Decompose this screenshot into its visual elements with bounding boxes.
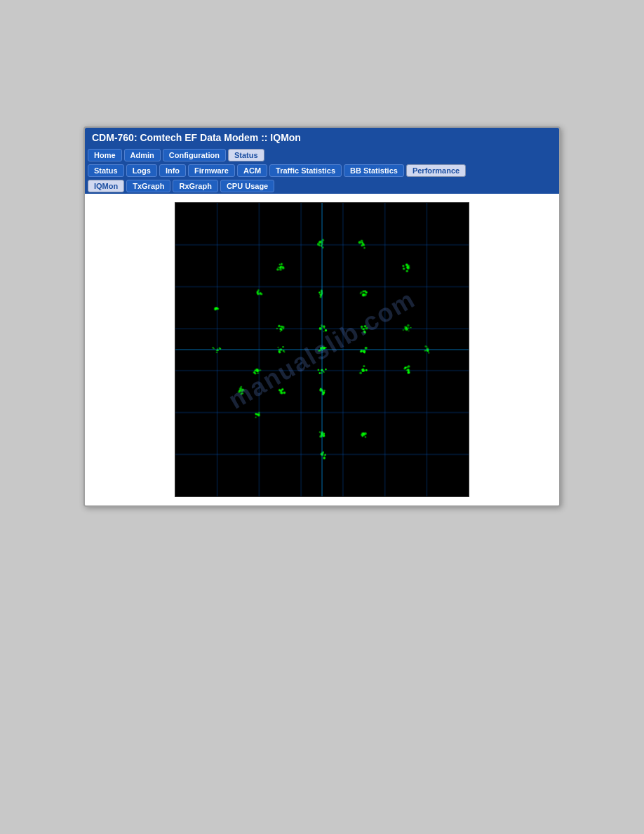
nav-configuration[interactable]: Configuration — [163, 149, 226, 161]
subnav-acm[interactable]: ACM — [237, 164, 267, 177]
perf-rxgraph[interactable]: RxGraph — [173, 180, 217, 192]
subnav-logs[interactable]: Logs — [126, 164, 157, 177]
perf-txgraph[interactable]: TxGraph — [126, 180, 170, 192]
subnav-status[interactable]: Status — [88, 164, 124, 177]
nav-admin[interactable]: Admin — [124, 149, 161, 161]
subnav-info[interactable]: Info — [159, 164, 186, 177]
subnav-traffic-statistics[interactable]: Traffic Statistics — [269, 164, 342, 177]
content-area: manualslib.com — [85, 194, 559, 505]
nav-status[interactable]: Status — [228, 149, 264, 161]
nav-home[interactable]: Home — [88, 149, 122, 161]
perf-cpu-usage[interactable]: CPU Usage — [220, 180, 274, 192]
perf-iqmon[interactable]: IQMon — [88, 180, 124, 192]
page-background: CDM-760: Comtech EF Data Modem :: IQMon … — [0, 0, 644, 834]
subnav-performance[interactable]: Performance — [406, 164, 466, 177]
browser-frame: CDM-760: Comtech EF Data Modem :: IQMon … — [83, 126, 561, 507]
subnav-firmware[interactable]: Firmware — [188, 164, 235, 177]
subnav-bb-statistics[interactable]: BB Statistics — [344, 164, 404, 177]
sub-nav: Status Logs Info Firmware ACM Traffic St… — [85, 163, 559, 178]
performance-subnav: IQMon TxGraph RxGraph CPU Usage — [85, 178, 559, 194]
iq-constellation-display: manualslib.com — [175, 202, 469, 497]
page-title: CDM-760: Comtech EF Data Modem :: IQMon — [85, 128, 559, 147]
main-nav: Home Admin Configuration Status — [85, 147, 559, 163]
